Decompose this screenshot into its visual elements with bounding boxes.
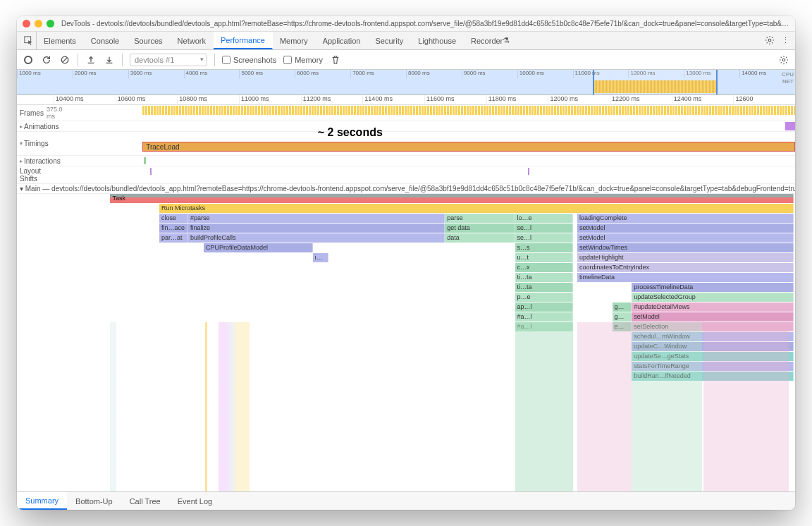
minimize-window-icon[interactable] bbox=[35, 20, 42, 27]
flame-bar[interactable]: updateHighlight bbox=[577, 253, 794, 262]
flame-row: Run Microtasks bbox=[17, 204, 795, 214]
tab-memory[interactable]: Memory bbox=[273, 32, 316, 49]
flame-row: Task bbox=[17, 194, 795, 204]
flame-bar[interactable]: #a…l bbox=[515, 312, 574, 322]
btab-bottom-up[interactable]: Bottom-Up bbox=[67, 492, 121, 510]
perf-toolbar: devtools #1 Screenshots Memory bbox=[17, 50, 795, 70]
flame-bar[interactable]: updateSelectedGroup bbox=[632, 293, 794, 302]
overview-tick: 2000 ms bbox=[73, 70, 128, 78]
flame-bar[interactable]: get data bbox=[445, 224, 515, 233]
tab-elements[interactable]: Elements bbox=[37, 32, 84, 49]
animations-lane[interactable]: ▸Animations bbox=[17, 121, 795, 132]
capture-settings-gear-icon[interactable] bbox=[778, 54, 789, 66]
overview-minimap[interactable]: 1000 ms2000 ms3000 ms4000 ms5000 ms6000 … bbox=[17, 70, 795, 95]
tab-application[interactable]: Application bbox=[316, 32, 369, 49]
flask-icon: ⚗ bbox=[503, 36, 510, 45]
tab-performance[interactable]: Performance bbox=[214, 32, 273, 49]
flame-bar[interactable]: g… bbox=[613, 302, 632, 312]
flame-bar[interactable]: setModel bbox=[577, 233, 794, 243]
flame-bar[interactable]: i… bbox=[313, 253, 328, 262]
clear-button[interactable] bbox=[59, 54, 70, 66]
overview-selection-handle[interactable] bbox=[593, 70, 718, 94]
svg-point-4 bbox=[782, 59, 785, 61]
flame-bar[interactable]: buildProfileCalls bbox=[188, 233, 445, 243]
btab-call-tree[interactable]: Call Tree bbox=[121, 492, 169, 510]
layout-shift-bar[interactable] bbox=[150, 168, 152, 175]
flame-bar[interactable]: s…s bbox=[515, 243, 574, 252]
maximize-window-icon[interactable] bbox=[47, 20, 54, 27]
flame-bar[interactable]: timelineData bbox=[577, 273, 794, 282]
flame-bar[interactable]: lo…e bbox=[515, 214, 574, 223]
flame-bar[interactable]: data bbox=[445, 233, 515, 243]
tab-recorder-label: Recorder bbox=[471, 37, 503, 45]
interactions-lane[interactable]: ▸Interactions bbox=[17, 156, 795, 166]
flame-bar[interactable]: setModel bbox=[632, 312, 794, 322]
download-icon[interactable] bbox=[104, 54, 115, 66]
flame-bar[interactable]: par…at bbox=[159, 233, 188, 243]
screenshots-checkbox[interactable]: Screenshots bbox=[222, 56, 276, 64]
flame-bar[interactable]: CPUProfileDataModel bbox=[204, 243, 313, 252]
flame-bar[interactable]: processTimelineData bbox=[632, 283, 794, 292]
btab-summary[interactable]: Summary bbox=[17, 492, 67, 510]
tab-security[interactable]: Security bbox=[368, 32, 411, 49]
flame-bar[interactable]: g… bbox=[613, 312, 632, 322]
btab-event-log[interactable]: Event Log bbox=[169, 492, 221, 510]
layout-shift-bar[interactable] bbox=[528, 168, 529, 175]
tab-sources[interactable]: Sources bbox=[127, 32, 170, 49]
flame-bar[interactable]: p…e bbox=[515, 293, 574, 302]
overview-tick: 9000 ms bbox=[462, 70, 517, 78]
upload-icon[interactable] bbox=[85, 54, 97, 66]
overview-tick: 8000 ms bbox=[406, 70, 462, 78]
traffic-lights bbox=[23, 20, 54, 27]
flame-bar[interactable]: Run Microtasks bbox=[159, 204, 794, 213]
flame-bar[interactable]: ti…ta bbox=[515, 273, 574, 282]
trace-highlight-box: TraceLoad bbox=[142, 142, 795, 152]
flame-bar[interactable]: loadingComplete bbox=[577, 214, 794, 223]
frames-bars[interactable] bbox=[142, 106, 795, 115]
trace-dropdown[interactable]: devtools #1 bbox=[130, 54, 207, 66]
close-window-icon[interactable] bbox=[23, 20, 30, 27]
flame-bar[interactable]: ap…l bbox=[515, 302, 574, 312]
overview-tick: 7000 ms bbox=[350, 70, 406, 78]
timings-lane[interactable]: ▾Timings ~ 2 seconds TraceLoad bbox=[17, 132, 795, 156]
inspect-element-icon[interactable] bbox=[21, 32, 37, 49]
settings-gear-icon[interactable] bbox=[765, 35, 775, 47]
traceload-bar[interactable]: TraceLoad bbox=[143, 142, 794, 151]
flame-bar[interactable]: parse bbox=[445, 214, 515, 223]
flame-chart[interactable]: TaskRun Microtasksclose#parseparselo…elo… bbox=[17, 194, 795, 491]
flame-bar[interactable]: #updateDetailViews bbox=[632, 302, 794, 312]
trash-icon[interactable] bbox=[330, 54, 341, 66]
net-label: NET bbox=[782, 78, 794, 85]
chevron-down-icon: ▾ bbox=[20, 185, 23, 192]
frames-lane: Frames375.0 ms bbox=[17, 105, 795, 121]
ruler-tick: 10400 ms bbox=[54, 95, 116, 104]
flame-bar[interactable]: setWindowTimes bbox=[577, 243, 794, 252]
main-thread-header[interactable]: ▾ Main — devtools://devtools/bundled/dev… bbox=[17, 184, 795, 194]
flame-bar[interactable]: c…x bbox=[515, 263, 574, 272]
flame-bar[interactable]: u…t bbox=[515, 253, 574, 262]
flame-bar[interactable]: finalize bbox=[188, 224, 445, 233]
flame-bar[interactable]: #parse bbox=[188, 214, 445, 223]
memory-checkbox[interactable]: Memory bbox=[283, 56, 323, 64]
tab-lighthouse[interactable]: Lighthouse bbox=[411, 32, 464, 49]
flame-row: ti…tatimelineData bbox=[17, 273, 795, 283]
flame-bar[interactable]: close bbox=[159, 214, 188, 223]
tab-network[interactable]: Network bbox=[171, 32, 214, 49]
flame-bar[interactable]: se…l bbox=[515, 233, 574, 243]
window-title: DevTools - devtools://devtools/bundled/d… bbox=[61, 20, 789, 27]
tab-console[interactable]: Console bbox=[84, 32, 127, 49]
record-button[interactable] bbox=[23, 54, 34, 66]
more-icon[interactable]: ⋮ bbox=[782, 36, 789, 45]
flame-bar[interactable]: fin…ace bbox=[159, 224, 188, 233]
panel-tabs: Elements Console Sources Network Perform… bbox=[17, 32, 795, 50]
tab-recorder[interactable]: Recorder ⚗ bbox=[464, 32, 517, 49]
cpu-label: CPU bbox=[782, 71, 794, 78]
reload-record-button[interactable] bbox=[41, 54, 52, 66]
flame-bar[interactable]: coordinatesToEntryIndex bbox=[577, 263, 794, 272]
flame-bar[interactable]: setModel bbox=[577, 224, 794, 233]
flame-bar[interactable]: Task bbox=[110, 194, 793, 203]
interaction-bar[interactable] bbox=[144, 157, 146, 164]
animation-bar[interactable] bbox=[785, 122, 795, 130]
flame-bar[interactable]: se…l bbox=[515, 224, 574, 233]
flame-bar[interactable]: ti…ta bbox=[515, 283, 574, 292]
